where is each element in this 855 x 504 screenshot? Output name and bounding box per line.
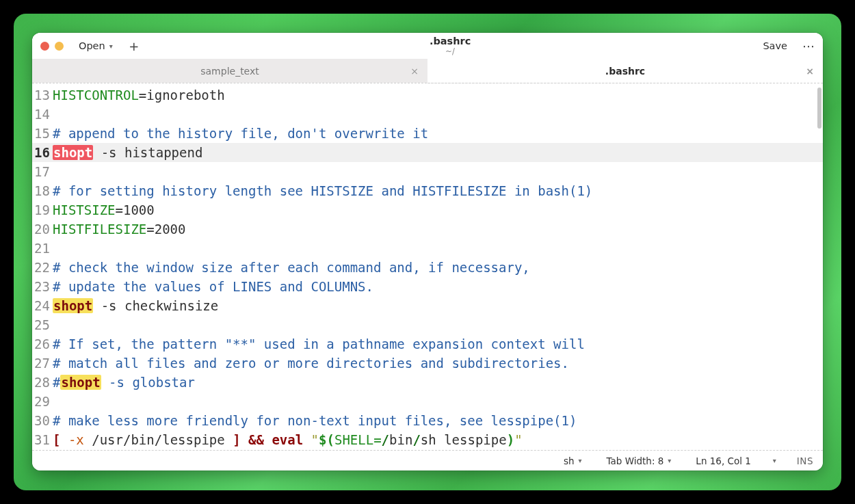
close-window-button[interactable] (40, 42, 49, 51)
line-number: 17 (32, 162, 53, 181)
code-text[interactable]: # update the values of LINES and COLUMNS… (53, 277, 373, 296)
header-bar: Open ▾ + .bashrc ~/ Save ⋯ (32, 33, 823, 59)
editor-area[interactable]: 13HISTCONTROL=ignoreboth1415# append to … (32, 83, 823, 450)
code-line[interactable]: 31[ -x /usr/bin/lesspipe ] && eval "$(SH… (32, 430, 823, 449)
open-button[interactable]: Open ▾ (72, 38, 120, 54)
tab-sample-text[interactable]: sample_text × (32, 59, 428, 83)
line-number: 19 (32, 200, 53, 220)
more-icon: ⋯ (802, 39, 815, 53)
code-line[interactable]: 13HISTCONTROL=ignoreboth (32, 85, 823, 105)
code-text[interactable]: HISTFILESIZE=2000 (53, 220, 185, 239)
code-line[interactable]: 15# append to the history file, don't ov… (32, 124, 823, 143)
code-text[interactable]: shopt -s checkwinsize (53, 296, 218, 315)
line-number: 24 (32, 296, 53, 315)
document-title: .bashrc (430, 36, 471, 47)
line-number: 23 (32, 277, 53, 296)
plus-icon: + (129, 39, 139, 53)
code-text[interactable]: HISTCONTROL=ignoreboth (53, 85, 225, 105)
document-folder: ~/ (445, 47, 455, 56)
code-text[interactable]: # make less more friendly for non-text i… (53, 411, 577, 430)
code-line[interactable]: 23# update the values of LINES and COLUM… (32, 277, 823, 296)
code-text[interactable]: # If set, the pattern "**" used in a pat… (53, 334, 585, 354)
code-line[interactable]: 29 (32, 392, 823, 411)
close-icon[interactable]: × (804, 65, 816, 77)
code-line[interactable]: 19HISTSIZE=1000 (32, 200, 823, 220)
insert-mode-indicator: INS (797, 455, 813, 466)
code-line[interactable]: 17 (32, 162, 823, 181)
status-bar: sh ▾ Tab Width: 8 ▾ Ln 16, Col 1 ▾ INS (32, 450, 823, 470)
desktop-background: Open ▾ + .bashrc ~/ Save ⋯ sample_text × (14, 14, 841, 490)
code-line[interactable]: 30# make less more friendly for non-text… (32, 411, 823, 430)
window-controls (36, 42, 68, 51)
code-line[interactable]: 16shopt -s histappend (32, 143, 823, 162)
code-text[interactable]: HISTSIZE=1000 (53, 200, 155, 220)
language-label: sh (564, 455, 575, 466)
open-button-label: Open (79, 40, 105, 51)
line-number: 26 (32, 334, 53, 354)
code-text[interactable]: # match all files and zero or more direc… (53, 354, 569, 373)
gedit-window: Open ▾ + .bashrc ~/ Save ⋯ sample_text × (32, 33, 823, 470)
code-text[interactable]: # append to the history file, don't over… (53, 124, 428, 143)
window-title: .bashrc ~/ (148, 36, 752, 56)
line-number: 18 (32, 181, 53, 200)
hamburger-menu-button[interactable]: ⋯ (798, 36, 819, 55)
language-selector[interactable]: sh ▾ (560, 454, 586, 468)
tab-label: .bashrc (605, 66, 645, 77)
code-area[interactable]: 13HISTCONTROL=ignoreboth1415# append to … (32, 83, 823, 450)
code-line[interactable]: 24shopt -s checkwinsize (32, 296, 823, 315)
chevron-down-icon: ▾ (579, 457, 582, 464)
goto-line-button[interactable]: Ln 16, Col 1 ▾ (692, 454, 780, 468)
line-number: 28 (32, 373, 53, 392)
chevron-down-icon: ▾ (668, 457, 671, 464)
cursor-position: Ln 16, Col 1 (696, 455, 750, 466)
line-number: 30 (32, 411, 53, 430)
tab-bar: sample_text × .bashrc × (32, 59, 823, 83)
code-line[interactable]: 28#shopt -s globstar (32, 373, 823, 392)
code-text[interactable]: [ -x /usr/bin/lesspipe ] && eval "$(SHEL… (53, 430, 523, 449)
line-number: 14 (32, 105, 53, 124)
code-line[interactable]: 26# If set, the pattern "**" used in a p… (32, 334, 823, 354)
minimize-window-button[interactable] (55, 42, 64, 51)
code-text[interactable]: # for setting history length see HISTSIZ… (53, 181, 592, 200)
line-number: 31 (32, 430, 53, 449)
close-icon[interactable]: × (408, 65, 421, 77)
tab-width-selector[interactable]: Tab Width: 8 ▾ (603, 454, 676, 468)
code-text[interactable]: #shopt -s globstar (53, 373, 195, 392)
tab-bashrc[interactable]: .bashrc × (428, 59, 823, 83)
code-line[interactable]: 21 (32, 239, 823, 258)
new-tab-button[interactable]: + (124, 36, 144, 55)
line-number: 22 (32, 258, 53, 277)
code-line[interactable]: 22# check the window size after each com… (32, 258, 823, 277)
tab-label: sample_text (200, 66, 259, 77)
code-line[interactable]: 18# for setting history length see HISTS… (32, 181, 823, 200)
line-number: 15 (32, 124, 53, 143)
line-number: 25 (32, 315, 53, 334)
line-number: 29 (32, 392, 53, 411)
line-number: 16 (32, 143, 53, 162)
code-text[interactable]: shopt -s histappend (53, 143, 202, 162)
code-line[interactable]: 27# match all files and zero or more dir… (32, 354, 823, 373)
save-button[interactable]: Save (756, 38, 794, 54)
code-text[interactable]: # check the window size after each comma… (53, 258, 530, 277)
code-line[interactable]: 25 (32, 315, 823, 334)
chevron-down-icon: ▾ (109, 42, 113, 50)
save-button-label: Save (763, 40, 787, 51)
line-number: 13 (32, 85, 53, 105)
code-line[interactable]: 14 (32, 105, 823, 124)
chevron-down-icon: ▾ (773, 457, 776, 464)
line-number: 27 (32, 354, 53, 373)
tab-width-label: Tab Width: 8 (607, 455, 664, 466)
line-number: 20 (32, 220, 53, 239)
code-line[interactable]: 20HISTFILESIZE=2000 (32, 220, 823, 239)
line-number: 21 (32, 239, 53, 258)
